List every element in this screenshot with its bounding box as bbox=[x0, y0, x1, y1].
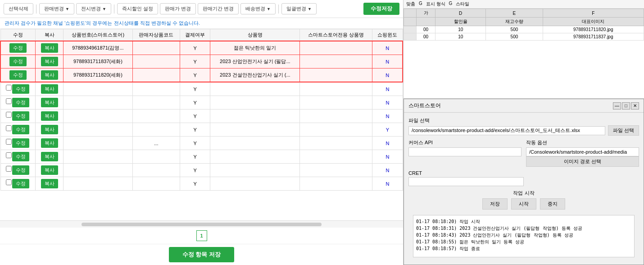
dialog-maximize-button[interactable]: □ bbox=[622, 102, 630, 110]
cell-product-num: 9788931711820(세화) bbox=[63, 69, 132, 82]
file-path-input[interactable] bbox=[408, 126, 605, 135]
copy-button[interactable]: 복사 bbox=[41, 98, 58, 107]
warning-text: 관리자 검수가 필요한 채널 '쇼핑윈도'의 경우에는 전시상태를 직접 변경하… bbox=[5, 20, 200, 26]
row-checkbox[interactable] bbox=[6, 125, 12, 131]
copy-button[interactable]: 복사 bbox=[41, 111, 58, 121]
align-label: 맞춤 bbox=[406, 1, 415, 7]
edit-button[interactable]: 수정 bbox=[12, 165, 29, 175]
sale-change-button[interactable]: 판매변경 ▼ bbox=[39, 3, 74, 14]
api-input[interactable] bbox=[408, 147, 522, 156]
edit-button[interactable]: 수정 bbox=[12, 138, 29, 148]
row-checkbox[interactable] bbox=[6, 179, 12, 185]
excel-cell-image: 9788931711837.jpg bbox=[543, 33, 644, 41]
table-header-row: 수정 복사 상품번호(스마트스토어) 판매자상품코드 결제여부 상품명 스마트스… bbox=[0, 29, 403, 41]
copy-button[interactable]: 복사 bbox=[41, 84, 58, 94]
edit-button[interactable]: 수정 bbox=[12, 152, 29, 161]
log-area: 01-17 08:18:20) 작업 시작 01-17 08:18:31) 20… bbox=[413, 215, 635, 257]
table-row: 수정 복사 9788931711820(세화) Y 2023 건설안전산업기사 … bbox=[0, 69, 403, 82]
file-section-label: 파일 선택 bbox=[408, 117, 639, 124]
table-row: 수정 복사 ... Y N bbox=[0, 137, 403, 150]
copy-button[interactable]: 복사 bbox=[41, 179, 58, 188]
dialog-title: 스마트스토어 bbox=[408, 102, 441, 110]
smartstore-dialog: 스마트스토어 — □ ✕ 파일 선택 파일 선택 bbox=[404, 99, 644, 265]
page-1-button[interactable]: 1 bbox=[196, 230, 207, 241]
row-checkbox[interactable] bbox=[6, 166, 12, 172]
file-select-button[interactable]: 파일 선택 bbox=[608, 125, 639, 136]
excel-cell-image: 9788931711820.jpg bbox=[543, 26, 644, 33]
copy-button[interactable]: 복사 bbox=[41, 43, 58, 53]
table-row: 수정 복사 Y N bbox=[0, 110, 403, 123]
col-shopping: 쇼핑윈도 bbox=[372, 29, 403, 41]
excel-cell-price: 00 bbox=[417, 33, 435, 41]
delivery-change-button[interactable]: 배송변경 ▼ bbox=[240, 3, 276, 14]
edit-button[interactable]: 수정 bbox=[9, 57, 27, 66]
cell-edit: 수정 bbox=[0, 55, 36, 69]
separator-3 bbox=[278, 5, 279, 14]
dialog-close-button[interactable]: ✕ bbox=[631, 102, 639, 110]
price-change-button[interactable]: 판매가 변경 bbox=[160, 3, 196, 14]
h-scrollbar[interactable] bbox=[0, 220, 403, 228]
col-edit: 수정 bbox=[0, 29, 36, 41]
copy-button[interactable]: 복사 bbox=[41, 165, 58, 175]
table-row: 수정 복사 Y N bbox=[0, 82, 403, 96]
display-change-button[interactable]: 전시변경 ▼ bbox=[76, 3, 111, 14]
excel-sub-stock: 재고수량 bbox=[486, 18, 543, 26]
pagination: 1 bbox=[0, 228, 403, 244]
dialog-minimize-button[interactable]: — bbox=[613, 102, 621, 110]
save-button[interactable]: 수정저장 bbox=[363, 3, 399, 15]
copy-button[interactable]: 복사 bbox=[41, 152, 58, 161]
image-path-select-button[interactable]: 이미지 경로 선택 bbox=[526, 156, 639, 167]
edit-button[interactable]: 수정 bbox=[12, 98, 29, 107]
edit-button[interactable]: 수정 bbox=[12, 179, 29, 188]
copy-button[interactable]: 복사 bbox=[41, 125, 58, 134]
cell-product-num: 9788934961871(김영... bbox=[63, 41, 132, 55]
cell-copy: 복사 bbox=[36, 69, 63, 82]
edit-button[interactable]: 수정 bbox=[9, 43, 27, 53]
display-change-label: 전시변경 bbox=[81, 5, 101, 12]
log-line-5: 01-17 08:18:57) 작업 종료 bbox=[416, 245, 631, 252]
excel-col-f: F bbox=[543, 9, 644, 18]
row-checkbox[interactable] bbox=[6, 112, 12, 118]
cell-product-name: 2023 산업안전기사 실기 (필답... bbox=[210, 55, 300, 69]
excel-row-num bbox=[404, 33, 417, 41]
excel-data-row: 00 10 500 9788931711820.jpg bbox=[404, 26, 644, 33]
cell-payment: Y bbox=[180, 41, 210, 55]
product-table: 수정 복사 상품번호(스마트스토어) 판매자상품코드 결제여부 상품명 스마트스… bbox=[0, 29, 403, 191]
period-change-button[interactable]: 판매기간 변경 bbox=[198, 3, 239, 14]
batch-change-button[interactable]: 일괄변경 ▼ bbox=[281, 3, 317, 14]
options-col: 작동 옵션 이미지 경로 선택 bbox=[526, 139, 639, 167]
dialog-titlebar: 스마트스토어 — □ ✕ bbox=[404, 99, 644, 113]
row-checkbox[interactable] bbox=[6, 152, 12, 158]
row-checkbox[interactable] bbox=[6, 85, 12, 91]
excel-col-d: D bbox=[435, 9, 486, 18]
table-row: 수정 복사 9788934961871(김영... Y 젊은 틱낫한의 일기 N bbox=[0, 41, 403, 55]
start-action-button[interactable]: 시작 bbox=[511, 198, 536, 210]
secret-section: CRET bbox=[408, 170, 639, 186]
delete-button[interactable]: 선택삭제 bbox=[4, 3, 33, 14]
scrollbar-thumb[interactable] bbox=[82, 223, 321, 226]
toolbar: 선택삭제 판매변경 ▼ 전시변경 ▼ 즉시할인 설정 판매가 변경 판매기간 변… bbox=[0, 0, 403, 18]
batch-change-label: 일괄변경 bbox=[286, 5, 306, 12]
copy-button[interactable]: 복사 bbox=[41, 138, 58, 148]
row-checkbox[interactable] bbox=[6, 139, 12, 145]
row-checkbox[interactable] bbox=[6, 98, 12, 104]
cell-shopping: N bbox=[372, 69, 403, 82]
image-path-input[interactable] bbox=[526, 147, 639, 156]
copy-button[interactable]: 복사 bbox=[41, 57, 58, 66]
edit-button[interactable]: 수정 bbox=[9, 70, 27, 80]
secret-input[interactable] bbox=[408, 177, 524, 186]
log-line-4: 01-17 08:18:55) 젊은 틱낫한의 일기 등록 성공 bbox=[416, 238, 631, 245]
save-items-button[interactable]: 수정 항목 저장 bbox=[169, 247, 234, 262]
copy-button[interactable]: 복사 bbox=[41, 70, 58, 80]
discount-setting-button[interactable]: 즉시할인 설정 bbox=[117, 3, 158, 14]
stop-action-button[interactable]: 중지 bbox=[540, 198, 565, 210]
sale-change-label: 판매변경 bbox=[44, 5, 64, 12]
cell-seller-code bbox=[132, 41, 180, 55]
edit-button[interactable]: 수정 bbox=[12, 84, 29, 94]
excel-cell-discount: 10 bbox=[435, 26, 486, 33]
save-action-button[interactable]: 저장 bbox=[482, 198, 508, 210]
excel-sub-image: 대표이미지 bbox=[543, 18, 644, 26]
edit-button[interactable]: 수정 bbox=[12, 125, 29, 134]
edit-button[interactable]: 수정 bbox=[12, 111, 29, 121]
separator-1 bbox=[36, 5, 36, 14]
